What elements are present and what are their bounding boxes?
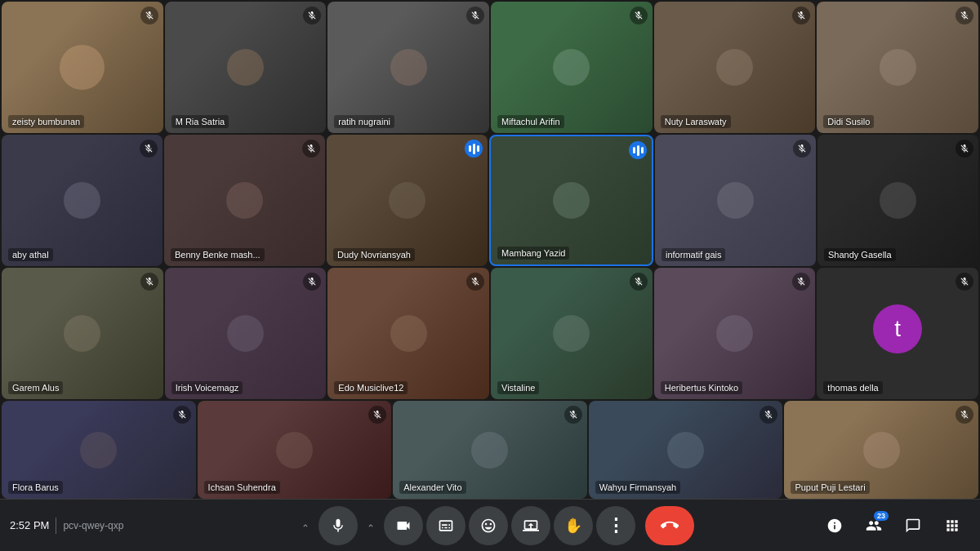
toolbar-left: 2:52 PM pcv-qwey-qxp xyxy=(10,518,173,534)
tile-mria: M Ria Satria xyxy=(165,2,327,133)
tile-ratih: ratih nugraini xyxy=(327,2,489,133)
participant-name-dudy: Dudy Novriansyah xyxy=(333,248,415,261)
people-button[interactable]: 23 xyxy=(856,508,892,544)
raise-hand-button[interactable]: ✋ xyxy=(554,506,593,545)
end-call-button[interactable] xyxy=(645,506,694,545)
participant-name-vistaline: Vistaline xyxy=(497,381,539,394)
mute-icon-thomas xyxy=(956,273,973,291)
mute-icon-aby xyxy=(140,140,158,158)
mute-icon-garem xyxy=(140,273,158,291)
meeting-code: pcv-qwey-qxp xyxy=(63,520,123,531)
tile-flora: Flora Barus xyxy=(2,401,196,499)
tile-wahyu: Wahyu Firmansyah xyxy=(589,401,783,499)
participant-name-flora: Flora Barus xyxy=(8,481,63,494)
participant-name-ratih: ratih nugraini xyxy=(334,115,394,128)
people-count-badge: 23 xyxy=(874,511,889,521)
tile-puput: Puput Puji Lestari xyxy=(784,401,978,499)
participant-name-didi: Didi Susilo xyxy=(823,115,874,128)
info-button[interactable] xyxy=(817,508,853,544)
tile-thomas: t thomas della xyxy=(817,268,978,399)
participant-name-wahyu: Wahyu Firmansyah xyxy=(595,481,680,494)
mute-icon-informatif xyxy=(793,140,811,158)
video-conference-app: zeisty bumbunan M Ria Satria ratih nugra… xyxy=(0,0,980,551)
tile-irish: Irish Voicemagz xyxy=(165,268,327,399)
participant-name-puput: Puput Puji Lestari xyxy=(791,481,869,494)
tile-nuty: Nuty Laraswaty xyxy=(654,2,816,133)
mute-icon-ratih xyxy=(466,7,484,24)
participant-name-edo: Edo Musiclive12 xyxy=(334,381,408,394)
participant-name-informatif: informatif gais xyxy=(662,248,725,261)
participant-name-zeisty: zeisty bumbunan xyxy=(8,115,84,128)
present-button[interactable] xyxy=(511,506,550,545)
toolbar-center: ✋ ⋮ xyxy=(173,506,817,545)
mute-icon-didi xyxy=(956,7,973,24)
tile-dudy: Dudy Novriansyah xyxy=(327,135,488,266)
mute-icon-puput xyxy=(956,406,973,424)
emoji-button[interactable] xyxy=(469,506,508,545)
tile-ichsan: Ichsan Suhendra xyxy=(198,401,392,499)
mute-icon-flora xyxy=(173,406,191,424)
tile-zeisty: zeisty bumbunan xyxy=(2,2,163,133)
tile-informatif: informatif gais xyxy=(655,135,816,266)
mute-icon-miftachul xyxy=(630,7,648,24)
tile-edo: Edo Musiclive12 xyxy=(327,268,489,399)
meeting-time: 2:52 PM xyxy=(10,519,49,531)
tile-aby: aby athal xyxy=(2,135,163,266)
camera-chevron-up[interactable] xyxy=(361,508,381,544)
grid-row-4: Flora Barus Ichsan Suhendra Alexander Vi… xyxy=(2,401,978,499)
chat-button[interactable] xyxy=(895,508,931,544)
mic-button[interactable] xyxy=(318,506,358,545)
tile-mambang: Mambang Yazid xyxy=(489,135,653,266)
thomas-avatar: t xyxy=(873,304,922,353)
participant-name-garem: Garem Alus xyxy=(8,381,63,394)
camera-button[interactable] xyxy=(384,506,423,545)
participant-name-mria: M Ria Satria xyxy=(172,115,229,128)
mute-icon-edo xyxy=(466,273,484,291)
participant-name-mambang: Mambang Yazid xyxy=(497,247,569,260)
speaking-icon-mambang xyxy=(629,141,647,159)
toolbar: 2:52 PM pcv-qwey-qxp xyxy=(0,499,980,551)
participant-name-miftachul: Miftachul Arifin xyxy=(497,115,564,128)
grid-row-1: zeisty bumbunan M Ria Satria ratih nugra… xyxy=(2,2,978,133)
mute-icon-alexander xyxy=(564,406,582,424)
mute-icon-benny xyxy=(302,140,320,158)
tile-benny: Benny Benke mash... xyxy=(164,135,325,266)
tile-garem: Garem Alus xyxy=(2,268,163,399)
tile-didi: Didi Susilo xyxy=(817,2,978,133)
mute-icon-shandy xyxy=(956,140,973,158)
participant-name-benny: Benny Benke mash... xyxy=(171,248,265,261)
speaking-icon-dudy xyxy=(465,140,483,158)
video-grid: zeisty bumbunan M Ria Satria ratih nugra… xyxy=(0,0,980,499)
grid-row-2: aby athal Benny Benke mash... Dudy Novri… xyxy=(2,135,978,266)
tile-miftachul: Miftachul Arifin xyxy=(491,2,653,133)
mic-chevron-up[interactable] xyxy=(296,508,315,544)
mute-icon-vistaline xyxy=(630,273,648,291)
more-options-button[interactable]: ⋮ xyxy=(596,506,635,545)
participant-name-aby: aby athal xyxy=(8,248,53,261)
toolbar-divider xyxy=(56,518,56,534)
participant-name-nuty: Nuty Laraswaty xyxy=(661,115,731,128)
participant-name-alexander: Alexander Vito xyxy=(399,481,466,494)
participant-name-thomas: thomas della xyxy=(823,381,882,394)
participant-name-irish: Irish Voicemagz xyxy=(172,381,243,394)
participant-name-heribertus: Heribertus Kintoko xyxy=(661,381,743,394)
tile-alexander: Alexander Vito xyxy=(393,401,587,499)
activities-button[interactable] xyxy=(934,508,970,544)
toolbar-right: 23 xyxy=(817,508,970,544)
participant-name-ichsan: Ichsan Suhendra xyxy=(204,481,280,494)
participant-name-shandy: Shandy Gasella xyxy=(824,248,896,261)
captions-button[interactable] xyxy=(426,506,466,545)
mute-icon-zeisty xyxy=(140,7,158,24)
tile-shandy: Shandy Gasella xyxy=(817,135,978,266)
tile-heribertus: Heribertus Kintoko xyxy=(654,268,816,399)
tile-vistaline: Vistaline xyxy=(491,268,653,399)
grid-row-3: Garem Alus Irish Voicemagz Edo Musiclive… xyxy=(2,268,978,399)
